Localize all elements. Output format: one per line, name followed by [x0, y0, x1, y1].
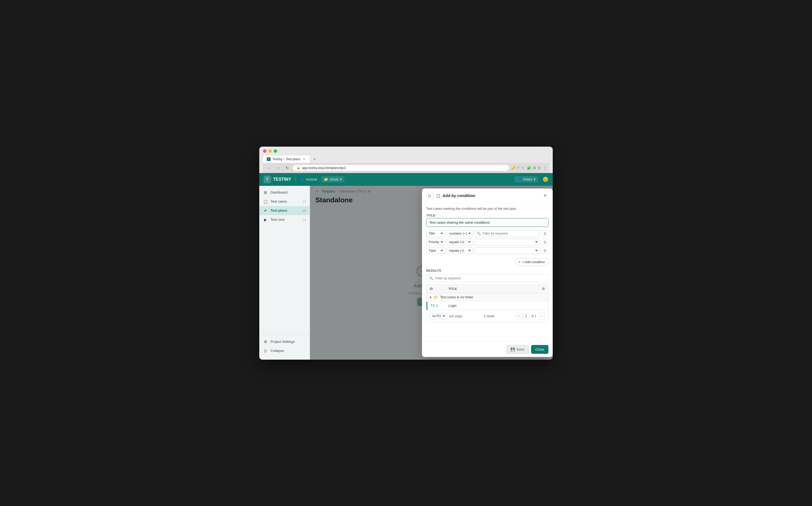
app-logo: T TESTINY	[264, 176, 291, 183]
circle-icon[interactable]: ⊙	[538, 166, 541, 170]
folder-chevron-icon[interactable]: ▾	[430, 296, 432, 300]
col-title-header: TITLE	[448, 287, 542, 290]
delete-icon-1: 🗑	[543, 231, 547, 236]
condition-delete-button-1[interactable]: 🗑	[541, 230, 548, 237]
title-input[interactable]	[426, 218, 548, 227]
condition-operator-select-3[interactable]: equals (=) contains (~)	[447, 247, 473, 254]
pagination-controls: ‹ 1 of 1 ›	[516, 313, 545, 319]
condition-value-select-3[interactable]	[474, 247, 540, 254]
header-project[interactable]: 📁 cloud ▾	[321, 176, 344, 182]
browser-tab-active[interactable]: T Testiny – Test plans ✕	[263, 155, 310, 163]
share-icon[interactable]: ⤴	[517, 166, 519, 170]
new-tab-button[interactable]: +	[311, 156, 318, 163]
emoji-button[interactable]: 😊	[542, 176, 548, 182]
results-label: RESULTS	[426, 269, 548, 272]
results-table: ID TITLE ⚙ ▾ 📁 Test cases in no folder	[426, 284, 548, 322]
close-button[interactable]: Close	[531, 345, 548, 354]
condition-row-3: Type Title Priority equals (=) contains …	[426, 247, 548, 254]
forward-button[interactable]: →	[275, 165, 282, 171]
condition-delete-button-3[interactable]: 🗑	[541, 247, 548, 254]
tab-favicon: T	[267, 157, 271, 161]
traffic-light-yellow[interactable]	[268, 149, 272, 153]
browser-window: T Testiny – Test plans ✕ + ← → ↻ 🔒 app.t…	[259, 147, 553, 360]
logo-icon: T	[264, 176, 271, 183]
traffic-light-red[interactable]	[263, 149, 267, 153]
dialog-close-button[interactable]: ✕	[541, 192, 548, 199]
user-dropdown-icon: ▾	[534, 177, 536, 181]
table-settings-icon[interactable]: ⚙	[542, 287, 545, 291]
address-bar[interactable]: 🔒 app.testiny.io/p/1/testplans/tp/2	[293, 165, 509, 171]
tab-bar: T Testiny – Test plans ✕ +	[263, 155, 549, 163]
traffic-light-green[interactable]	[274, 149, 277, 153]
menu-icon[interactable]: ⋮	[543, 166, 546, 170]
conditions-section: Title Priority Type contains (~) equals …	[426, 230, 548, 254]
tab-close-button[interactable]: ✕	[302, 157, 306, 161]
next-page-button[interactable]: ›	[538, 313, 545, 319]
close-label: Close	[535, 347, 544, 351]
folder-row: ▾ 📁 Test cases in no folder	[427, 293, 548, 302]
condition-row-2: Priority Title Type equals (=) contains …	[426, 239, 548, 246]
condition-delete-button-2[interactable]: 🗑	[541, 239, 548, 246]
header-workspace[interactable]: 👤 noctuai	[300, 177, 317, 181]
traffic-lights	[263, 149, 549, 153]
dialog-title: 📋 Add by condition	[436, 193, 539, 198]
key-icon[interactable]: 🔑	[511, 166, 515, 170]
add-condition-icon: +	[519, 260, 520, 264]
back-button[interactable]: ←	[266, 165, 273, 171]
sidebar-bottom: ⚙ Project Settings ⟨⟩ Collapse	[259, 335, 310, 357]
header-user[interactable]: 👤 Adam ▾	[515, 176, 538, 182]
test-plans-icon: ✔	[263, 208, 268, 213]
project-settings-icon: ⚙	[263, 340, 268, 344]
delete-icon-3: 🗑	[543, 248, 547, 253]
dialog-footer: 💾 Save Close	[422, 341, 553, 357]
dialog-title-icon: 📋	[436, 193, 440, 198]
address-icons: 🔑 ⤴ ☆ 🧩 ⧉ ⊙ ⋮	[511, 166, 546, 170]
sidebar-item-dashboard[interactable]: ⊞ Dashboard	[259, 188, 310, 197]
condition-field-select-2[interactable]: Priority Title Type	[426, 239, 445, 246]
star-icon[interactable]: ☆	[521, 166, 525, 170]
per-page-select[interactable]: AUTO 10 25 50	[430, 313, 447, 319]
reload-button[interactable]: ↻	[284, 165, 291, 171]
result-row-id[interactable]: TC-1	[431, 304, 448, 308]
col-id-header: ID	[430, 287, 448, 290]
save-icon: 💾	[511, 347, 515, 351]
results-search-icon: 🔍	[429, 276, 433, 280]
condition-operator-select-1[interactable]: contains (~) equals (=)	[447, 230, 473, 237]
sidebar-item-label-test-runs: Test runs	[271, 218, 285, 222]
dashboard-icon: ⊞	[263, 190, 268, 195]
results-search-input[interactable]	[435, 276, 545, 280]
dialog-header: ⊡ 📋 Add by condition ✕	[422, 188, 553, 203]
sidebar-item-test-cases[interactable]: 📋 Test cases | 1	[259, 197, 310, 206]
dialog-collapse-button[interactable]: ⊡	[426, 192, 433, 199]
pagination-row: AUTO 10 25 50 per page 1 result ‹	[427, 310, 548, 322]
sidebar-item-test-plans[interactable]: ✔ Test plans | 2	[259, 206, 310, 215]
condition-value-select-2[interactable]	[474, 239, 540, 246]
condition-field-select-1[interactable]: Title Priority Type	[426, 230, 445, 237]
condition-field-select-3[interactable]: Type Title Priority	[426, 247, 445, 254]
add-condition-button[interactable]: + + Add condition	[515, 258, 548, 266]
sidebar-item-collapse[interactable]: ⟨⟩ Collapse	[259, 346, 310, 355]
save-button[interactable]: 💾 Save	[506, 345, 529, 354]
condition-operator-select-2[interactable]: equals (=) contains (~)	[447, 239, 473, 246]
window-icon[interactable]: ⧉	[533, 166, 536, 170]
sidebar-item-project-settings[interactable]: ⚙ Project Settings	[259, 337, 310, 346]
puzzle-icon[interactable]: 🧩	[527, 166, 531, 170]
dialog-title-text: Add by condition	[443, 193, 475, 198]
workspace-name: noctuai	[306, 177, 317, 181]
sidebar-item-label-test-plans: Test plans	[271, 208, 287, 213]
prev-page-button[interactable]: ‹	[516, 313, 522, 319]
test-cases-icon: 📋	[263, 199, 268, 204]
title-field-group: TITLE*	[426, 214, 548, 227]
results-search-field[interactable]: 🔍	[426, 274, 548, 282]
app: T TESTINY 👤 noctuai 📁 cloud ▾ 👤 Adam ▾ 😊	[259, 173, 553, 360]
condition-keyword-input-1[interactable]	[483, 232, 537, 235]
title-field-label: TITLE*	[426, 214, 548, 217]
page-number-select[interactable]: 1	[523, 313, 529, 319]
condition-row-1: Title Priority Type contains (~) equals …	[426, 230, 548, 237]
condition-value-input-1[interactable]: 🔍	[474, 230, 540, 237]
sidebar-item-label-dashboard: Dashboard	[271, 190, 288, 194]
url-text: app.testiny.io/p/1/testplans/tp/2	[302, 166, 346, 170]
tab-title: Testiny – Test plans	[272, 157, 300, 161]
sidebar-item-test-runs[interactable]: ▶ Test runs | 1	[259, 215, 310, 224]
test-runs-badge: | 1	[303, 218, 306, 221]
